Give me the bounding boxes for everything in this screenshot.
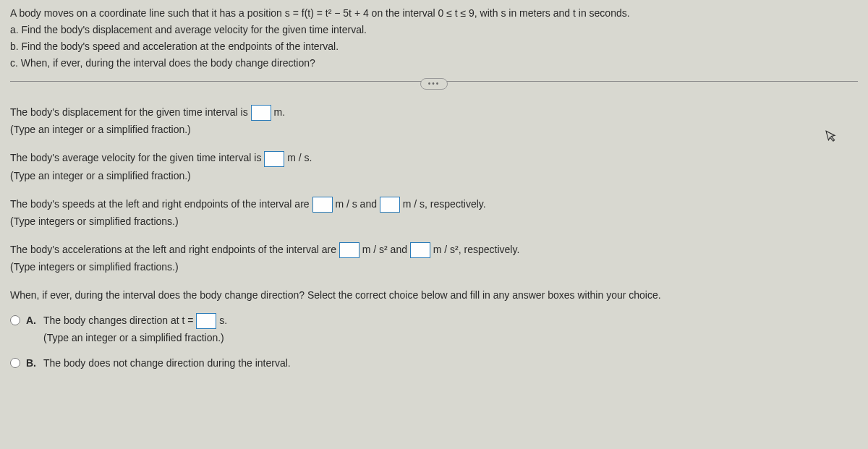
accel-prefix: The body's accelerations at the left and… — [10, 244, 336, 255]
option-a-content: The body changes direction at t = s. (Ty… — [43, 313, 858, 346]
displacement-block: The body's displacement for the given ti… — [10, 105, 858, 137]
avg-velocity-hint: (Type an integer or a simplified fractio… — [10, 168, 858, 184]
accel-hint: (Type integers or simplified fractions.) — [10, 260, 858, 275]
option-b-row: B. The body does not change direction du… — [10, 356, 858, 371]
displacement-unit: m. — [274, 106, 286, 118]
option-b-radio[interactable] — [10, 358, 20, 368]
problem-part-c: c. When, if ever, during the interval do… — [10, 56, 858, 71]
accel-suffix: m / s², respectively. — [433, 244, 520, 255]
accel-mid: m / s² and — [362, 244, 410, 255]
option-a-hint: (Type an integer or a simplified fractio… — [43, 330, 858, 346]
speeds-prefix: The body's speeds at the left and right … — [10, 198, 310, 210]
accel-right-input[interactable] — [410, 242, 430, 258]
speeds-block: The body's speeds at the left and right … — [10, 197, 858, 229]
option-a-unit: s. — [216, 315, 227, 326]
problem-part-b: b. Find the body's speed and acceleratio… — [10, 39, 858, 54]
accel-left-input[interactable] — [339, 242, 359, 258]
speeds-suffix: m / s, respectively. — [403, 198, 486, 210]
option-a-radio[interactable] — [10, 315, 20, 325]
option-a-input[interactable] — [196, 313, 216, 329]
avg-velocity-prefix: The body's average velocity for the give… — [10, 152, 261, 163]
displacement-hint: (Type an integer or a simplified fractio… — [10, 122, 858, 137]
avg-velocity-unit: m / s. — [287, 152, 312, 163]
speed-right-input[interactable] — [380, 197, 400, 213]
speeds-hint: (Type integers or simplified fractions.) — [10, 214, 858, 229]
avg-velocity-input[interactable] — [264, 151, 284, 167]
option-a-prefix: The body changes direction at t = — [43, 315, 196, 326]
avg-velocity-block: The body's average velocity for the give… — [10, 150, 858, 183]
displacement-prefix: The body's displacement for the given ti… — [10, 106, 248, 118]
option-b-text: The body does not change direction durin… — [43, 357, 291, 369]
option-b-content: The body does not change direction durin… — [43, 356, 858, 371]
displacement-input[interactable] — [251, 105, 271, 121]
option-a-row: A. The body changes direction at t = s. … — [10, 313, 858, 346]
option-a-letter: A. — [26, 313, 36, 328]
problem-intro: A body moves on a coordinate line such t… — [10, 6, 858, 21]
ellipsis-icon[interactable]: ••• — [420, 78, 448, 90]
speed-left-input[interactable] — [312, 197, 333, 213]
direction-question: When, if ever, during the interval does … — [10, 288, 858, 303]
ellipsis-separator: ••• — [10, 75, 858, 90]
option-b-letter: B. — [26, 356, 36, 371]
speeds-mid: m / s and — [335, 198, 379, 210]
accelerations-block: The body's accelerations at the left and… — [10, 242, 858, 275]
problem-statement: A body moves on a coordinate line such t… — [10, 6, 858, 71]
problem-part-a: a. Find the body's displacement and aver… — [10, 22, 858, 38]
direction-question-block: When, if ever, during the interval does … — [10, 288, 858, 371]
